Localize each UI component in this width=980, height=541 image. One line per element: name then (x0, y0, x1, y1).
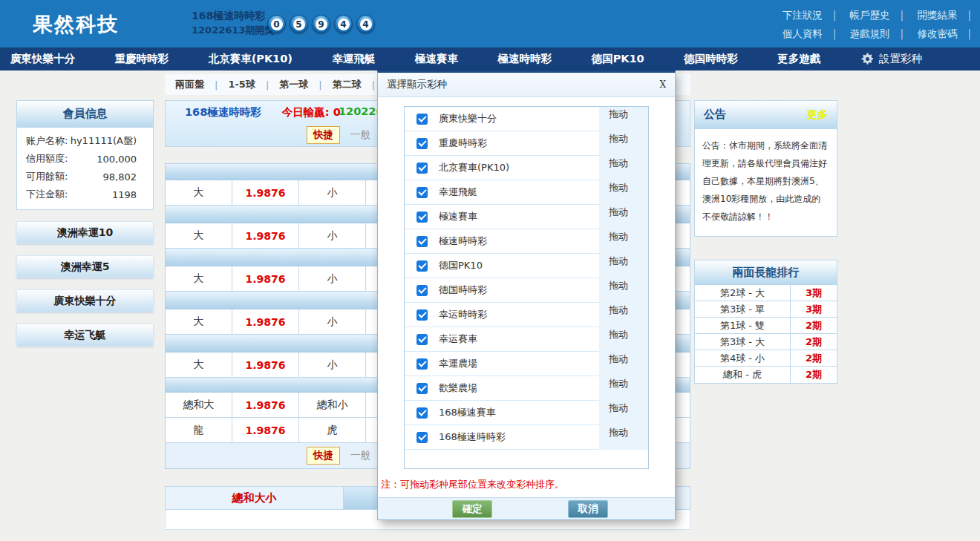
drag-handle[interactable]: 拖动 (599, 205, 648, 229)
nav-item-4[interactable]: 極速賽車 (415, 52, 458, 66)
normal-mode-button[interactable]: 一般 (350, 128, 370, 142)
nav-item-7[interactable]: 德国時時彩 (684, 52, 738, 66)
quick-mode-button[interactable]: 快捷 (307, 126, 340, 144)
nav-item-3[interactable]: 幸運飛艇 (332, 52, 375, 66)
header-links-row2: 個人資料| 遊戲規則| 修改密碼| (772, 24, 971, 43)
bet-option-cell[interactable]: 龍 (166, 418, 232, 442)
nav-item-5[interactable]: 極速時時彩 (498, 52, 552, 66)
lottery-toggle-row[interactable]: 德国PK10 拖动 (405, 254, 648, 278)
sidebar-item-lucky-airship[interactable]: 幸运飞艇 (16, 324, 154, 347)
lottery-toggle-row[interactable]: 幸運飛艇 拖动 (405, 180, 648, 205)
bet-option-cell[interactable]: 小 (299, 223, 366, 248)
nav-settings-button[interactable]: 設置彩种 (860, 52, 922, 66)
checkbox-checked-icon[interactable] (416, 138, 428, 149)
bet-odds-cell[interactable]: 1.9876 (232, 418, 299, 442)
drag-handle[interactable]: 拖动 (599, 352, 648, 376)
lottery-toggle-row[interactable]: 幸運農場 拖动 (405, 352, 648, 376)
drag-handle[interactable]: 拖动 (599, 229, 648, 254)
lottery-toggle-row[interactable]: 168極速賽車 拖动 (405, 401, 648, 425)
sidebar-item-australia-lucky5[interactable]: 澳洲幸運5 (16, 255, 154, 278)
bet-odds-cell[interactable]: 1.9876 (232, 180, 299, 205)
checkbox-checked-icon[interactable] (416, 432, 428, 443)
bet-option-cell[interactable]: 小 (299, 353, 366, 377)
checkbox-checked-icon[interactable] (416, 236, 428, 247)
lottery-toggle-row[interactable]: 極速賽車 拖动 (405, 205, 648, 229)
drag-handle[interactable]: 拖动 (599, 254, 648, 278)
drag-handle[interactable]: 拖动 (599, 131, 648, 156)
quick-mode-button[interactable]: 快捷 (307, 447, 340, 465)
bet-option-cell[interactable]: 虎 (299, 418, 366, 442)
checkbox-checked-icon[interactable] (416, 285, 428, 296)
lottery-toggle-row[interactable]: 歡樂農場 拖动 (405, 376, 648, 401)
lottery-name-label: 幸运時時彩 (439, 308, 487, 321)
tab-two-sides[interactable]: 兩面盤 (165, 78, 215, 91)
drag-handle[interactable]: 拖动 (599, 180, 648, 205)
checkbox-checked-icon[interactable] (416, 309, 428, 321)
checkbox-checked-icon[interactable] (416, 407, 428, 419)
tab-balls-1-5[interactable]: 1-5球 (218, 78, 266, 91)
link-draw-results[interactable]: 開獎結果 (917, 9, 957, 21)
lottery-toggle-row[interactable]: 德国時時彩 拖动 (405, 278, 648, 303)
checkbox-checked-icon[interactable] (416, 187, 428, 198)
lottery-toggle-row[interactable]: 重慶時時彩 拖动 (405, 131, 648, 156)
bet-option-cell[interactable]: 大 (166, 309, 232, 334)
lottery-toggle-row[interactable]: 北京賽車(PK10) 拖动 (405, 156, 648, 180)
drag-handle[interactable]: 拖动 (599, 376, 648, 401)
bet-odds-cell[interactable]: 1.9876 (232, 353, 299, 377)
drag-handle[interactable]: 拖动 (599, 327, 648, 352)
confirm-button[interactable]: 確定 (452, 500, 492, 518)
nav-item-1[interactable]: 重慶時時彩 (115, 52, 169, 66)
close-icon[interactable]: X (659, 79, 666, 90)
lottery-toggle-row[interactable]: 極速時時彩 拖动 (405, 229, 648, 254)
nav-item-6[interactable]: 德国PK10 (592, 52, 644, 66)
bet-option-cell[interactable]: 小 (299, 180, 366, 205)
sidebar-item-australia-lucky10[interactable]: 澳洲幸運10 (16, 221, 154, 244)
nav-item-2[interactable]: 北京賽車(PK10) (209, 52, 293, 66)
bet-odds-cell[interactable]: 1.9876 (232, 266, 299, 291)
checkbox-checked-icon[interactable] (416, 383, 428, 394)
link-bet-status[interactable]: 下注狀況 (783, 9, 823, 21)
drag-handle[interactable]: 拖动 (599, 425, 648, 450)
checkbox-checked-icon[interactable] (416, 260, 428, 272)
tab-ball-2[interactable]: 第二球 (322, 78, 372, 91)
nav-item-more-games[interactable]: 更多遊戲 (777, 52, 820, 66)
link-game-rules[interactable]: 遊戲規則 (850, 27, 890, 39)
drag-handle[interactable]: 拖动 (599, 278, 648, 303)
checkbox-checked-icon[interactable] (416, 212, 428, 223)
bet-option-cell[interactable]: 大 (166, 180, 232, 205)
lottery-toggle-row[interactable]: 幸运時時彩 拖动 (405, 303, 648, 327)
checkbox-checked-icon[interactable] (416, 163, 428, 174)
drag-handle[interactable]: 拖动 (599, 107, 648, 131)
bet-option-cell[interactable]: 總和小 (299, 393, 366, 417)
cancel-button[interactable]: 取消 (568, 500, 608, 518)
nav-item-0[interactable]: 廣東快樂十分 (10, 52, 75, 66)
modal-title: 選擇顯示彩种 (387, 78, 447, 91)
checkbox-checked-icon[interactable] (416, 114, 428, 125)
sidebar-item-guangdong-happy10[interactable]: 廣東快樂十分 (16, 289, 154, 312)
drag-handle[interactable]: 拖动 (599, 303, 648, 327)
bet-option-cell[interactable]: 大 (166, 353, 232, 377)
link-account-history[interactable]: 帳戶歷史 (850, 9, 890, 21)
link-change-password[interactable]: 修改密碼 (917, 27, 957, 39)
lottery-toggle-row[interactable]: 幸运賽車 拖动 (405, 327, 648, 352)
lottery-toggle-row[interactable]: 廣東快樂十分 拖动 (405, 107, 648, 131)
checkbox-checked-icon[interactable] (416, 334, 428, 345)
lottery-toggle-row[interactable]: 168極速時時彩 拖动 (405, 425, 648, 450)
drag-handle[interactable]: 拖动 (599, 156, 648, 180)
bet-odds-cell[interactable]: 1.9876 (232, 223, 299, 248)
checkbox-checked-icon[interactable] (416, 358, 428, 370)
bet-odds-cell[interactable]: 1.9876 (232, 309, 299, 334)
link-profile[interactable]: 個人資料 (783, 27, 823, 39)
bet-option-cell[interactable]: 大 (166, 266, 232, 291)
tab-ball-1[interactable]: 第一球 (269, 78, 318, 91)
normal-mode-button[interactable]: 一般 (350, 449, 370, 462)
bet-option-cell[interactable]: 小 (299, 266, 366, 291)
bet-option-cell[interactable]: 小 (299, 309, 366, 334)
drag-handle[interactable]: 拖动 (599, 401, 648, 425)
bet-option-cell[interactable]: 大 (166, 223, 232, 248)
bet-odds-cell[interactable]: 1.9876 (232, 393, 299, 417)
announcement-more-link[interactable]: 更多 (807, 108, 828, 122)
select-lottery-modal: 選擇顯示彩种 X 廣東快樂十分 拖动 重慶時時彩 拖动 北京賽車(PK10) 拖… (377, 71, 676, 520)
today-winloss-label: 今日輸贏: (282, 106, 330, 118)
bet-option-cell[interactable]: 總和大 (166, 393, 232, 417)
